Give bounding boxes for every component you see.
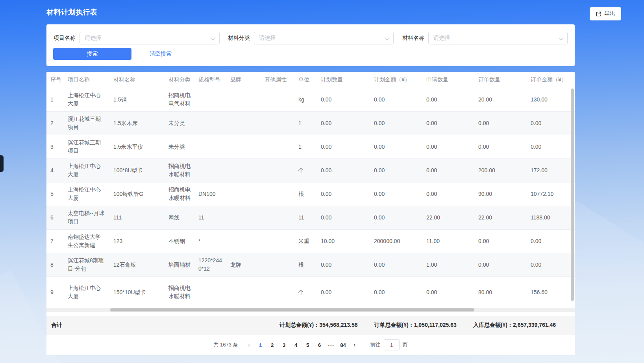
- cell-order-amount: 10772.10: [527, 182, 575, 206]
- table-row[interactable]: 1 上海松江中心大厦 1.5钢 招商机电电气材料 kg 0.00 0.00 0.…: [46, 88, 575, 111]
- top-bar: 材料计划执行表: [46, 0, 598, 24]
- cell-order-qty: 22.00: [474, 206, 527, 229]
- cell-request-qty: 0.00: [422, 111, 474, 135]
- cell-material-category: 招商机电水暖材料: [165, 158, 194, 182]
- horizontal-scrollbar-thumb[interactable]: [110, 308, 474, 311]
- cell-plan-amount: 0.00: [370, 206, 422, 229]
- summary-row: 合计 计划总金额(¥)：354,568,213.58 订单总金额(¥)：1,05…: [46, 316, 575, 335]
- more-pages-icon[interactable]: ···: [326, 342, 337, 348]
- page-number-1[interactable]: 1: [255, 342, 266, 348]
- page-number-2[interactable]: 2: [266, 342, 278, 348]
- page-unit-label: 页: [403, 341, 408, 348]
- cell-other-attrs: [261, 229, 294, 253]
- cell-other-attrs: [261, 135, 294, 158]
- table-row[interactable]: 5 上海松江中心大厦 100铸铁管G 招商机电水暖材料 DN100 根 0.00…: [46, 182, 575, 206]
- export-button[interactable]: 导出: [590, 7, 621, 20]
- cell-order-qty: 0.00: [474, 229, 527, 253]
- cell-plan-qty: 0.00: [317, 135, 370, 158]
- cell-request-qty: 0.00: [422, 135, 474, 158]
- table-row[interactable]: 7 南钢盛达大学生公寓新建 123 不锈钢 * 米重 10.00 200000.…: [46, 229, 575, 253]
- cell-request-qty: 1.00: [422, 253, 474, 276]
- page-number-5[interactable]: 5: [302, 342, 314, 348]
- vertical-scrollbar-thumb[interactable]: [571, 88, 574, 301]
- data-table-card: 序号 项目名称 材料名称 材料分类 规格型号 品牌 其他属性 单位 计划数量 计…: [46, 72, 575, 355]
- cell-plan-qty: 0.00: [317, 111, 370, 135]
- table-row[interactable]: 6 太空电梯--月球项目 111 网线 11 11 0.00 0.00 22.0…: [46, 206, 575, 229]
- summary-total-label: 合计: [51, 322, 62, 329]
- cell-other-attrs: [261, 253, 294, 276]
- cell-plan-amount: 0.00: [370, 182, 422, 206]
- cell-material-name: 111: [109, 206, 165, 229]
- cell-order-qty: 0.00: [474, 111, 527, 135]
- material-category-placeholder: 请选择: [259, 35, 276, 42]
- cell-plan-qty: 0.00: [317, 88, 370, 111]
- cell-index: 7: [46, 229, 64, 253]
- page-number-84[interactable]: 84: [337, 342, 349, 348]
- page-number-6[interactable]: 6: [314, 342, 326, 348]
- cell-brand: [226, 158, 261, 182]
- cell-request-qty: 0.00: [422, 182, 474, 206]
- column-header: 申请数量: [422, 72, 474, 88]
- cell-plan-qty: 0.00: [317, 158, 370, 182]
- cell-unit: 1: [294, 111, 317, 135]
- table-row[interactable]: 8 滨江花城8期项目-分包 12石膏板 墙面辅材 1220*2440*12 龙牌…: [46, 253, 575, 276]
- cell-material-name: 123: [109, 229, 165, 253]
- project-name-select[interactable]: 请选择: [80, 32, 220, 44]
- page-number-3[interactable]: 3: [278, 342, 290, 348]
- cell-material-category: 墙面辅材: [165, 253, 194, 276]
- cell-order-qty: 90.00: [474, 182, 527, 206]
- filter-project-name: 项目名称 请选择: [54, 32, 220, 44]
- cell-request-qty: 11.00: [422, 229, 474, 253]
- cell-brand: [226, 276, 261, 308]
- cell-plan-amount: 0.00: [370, 253, 422, 276]
- cell-spec-model: 11: [194, 206, 226, 229]
- collapsed-side-panel-handle[interactable]: [0, 155, 4, 172]
- cell-brand: [226, 111, 261, 135]
- goto-page-input[interactable]: [384, 339, 400, 350]
- cell-material-category: 网线: [165, 206, 194, 229]
- filter-material-name: 材料名称 请选择: [402, 32, 568, 44]
- table-row[interactable]: 9 上海松江中心大厦 150*10U型卡 招商机电水暖材料 个 0.00 0.0…: [46, 276, 575, 308]
- page-number-4[interactable]: 4: [290, 342, 302, 348]
- cell-brand: [226, 135, 261, 158]
- material-category-label: 材料分类: [228, 35, 250, 42]
- cell-material-category: 未分类: [165, 111, 194, 135]
- table-row[interactable]: 3 滨江花城三期项目 1.5米水平仪 未分类 1 0.00 0.00 0.00 …: [46, 135, 575, 158]
- clear-search-button[interactable]: 清空搜索: [150, 50, 172, 57]
- plan-total: 计划总金额(¥)：354,568,213.58: [279, 322, 357, 329]
- cell-spec-model: [194, 111, 226, 135]
- cell-unit: 1: [294, 135, 317, 158]
- export-button-label: 导出: [604, 10, 615, 17]
- cell-plan-amount: 0.00: [370, 88, 422, 111]
- cell-other-attrs: [261, 111, 294, 135]
- cell-project-name: 滨江花城三期项目: [64, 135, 109, 158]
- cell-material-name: 12石膏板: [109, 253, 165, 276]
- column-header: 单位: [294, 72, 317, 88]
- search-button[interactable]: 搜索: [53, 48, 131, 60]
- project-name-placeholder: 请选择: [85, 35, 101, 42]
- cell-unit: kg: [294, 88, 317, 111]
- cell-unit: 米重: [294, 229, 317, 253]
- cell-order-amount: 156.60: [527, 276, 575, 308]
- cell-index: 2: [46, 111, 64, 135]
- cell-request-qty: 0.00: [422, 158, 474, 182]
- cell-brand: 龙牌: [226, 253, 261, 276]
- chevron-right-icon[interactable]: ›: [349, 342, 360, 348]
- horizontal-scrollbar-track[interactable]: [46, 308, 575, 312]
- table-row[interactable]: 2 滨江花城三期项目 1.5米木床 未分类 1 0.00 0.00 0.00 0…: [46, 111, 575, 135]
- cell-other-attrs: [261, 206, 294, 229]
- cell-index: 1: [46, 88, 64, 111]
- table-body: 1 上海松江中心大厦 1.5钢 招商机电电气材料 kg 0.00 0.00 0.…: [46, 88, 575, 308]
- cell-plan-qty: 10.00: [317, 229, 370, 253]
- cell-material-name: 1.5米水平仪: [109, 135, 165, 158]
- column-header: 序号: [46, 72, 64, 88]
- chevron-left-icon[interactable]: ‹: [244, 342, 255, 348]
- cell-index: 8: [46, 253, 64, 276]
- material-name-select[interactable]: 请选择: [428, 32, 568, 44]
- cell-index: 4: [46, 158, 64, 182]
- table-row[interactable]: 4 上海松江中心大厦 100*8U型卡 招商机电水暖材料 个 0.00 0.00…: [46, 158, 575, 182]
- material-category-select[interactable]: 请选择: [254, 32, 394, 44]
- cell-plan-amount: 0.00: [370, 111, 422, 135]
- cell-brand: [226, 229, 261, 253]
- table-header: 序号 项目名称 材料名称 材料分类 规格型号 品牌 其他属性 单位 计划数量 计…: [46, 72, 575, 88]
